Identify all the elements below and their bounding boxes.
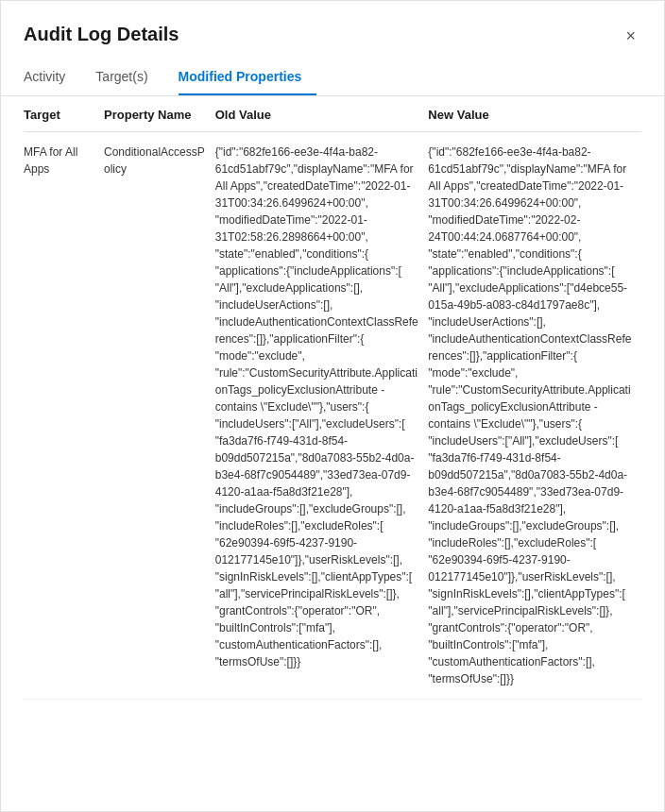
dialog-title: Audit Log Details [24, 24, 179, 45]
table-header-row: Target Property Name Old Value New Value [24, 96, 641, 132]
tab-modified-properties[interactable]: Modified Properties [179, 61, 317, 95]
col-header-old-value: Old Value [215, 96, 429, 132]
table-container: Target Property Name Old Value New Value… [1, 96, 664, 811]
tab-activity[interactable]: Activity [24, 61, 80, 95]
tab-bar: Activity Target(s) Modified Properties [1, 46, 664, 96]
cell-old-value: {​"id":"682fe166-ee3e-4f4a-ba82-61cd51ab… [215, 132, 429, 700]
audit-log-dialog: Audit Log Details × Activity Target(s) M… [0, 0, 665, 812]
cell-target: MFA for All Apps [24, 132, 104, 700]
close-button[interactable]: × [620, 25, 641, 46]
col-header-new-value: New Value [428, 96, 641, 132]
table-row: MFA for All AppsConditionalAccessPolicy{… [24, 132, 641, 700]
cell-property-name: ConditionalAccessPolicy [104, 132, 215, 700]
cell-new-value: {​"id":"682fe166-ee3e-4f4a-ba82-61cd51ab… [428, 132, 641, 700]
dialog-header: Audit Log Details × [1, 1, 664, 46]
properties-table: Target Property Name Old Value New Value… [24, 96, 641, 700]
tab-targets[interactable]: Target(s) [95, 61, 162, 95]
col-header-property-name: Property Name [104, 96, 215, 132]
col-header-target: Target [24, 96, 104, 132]
